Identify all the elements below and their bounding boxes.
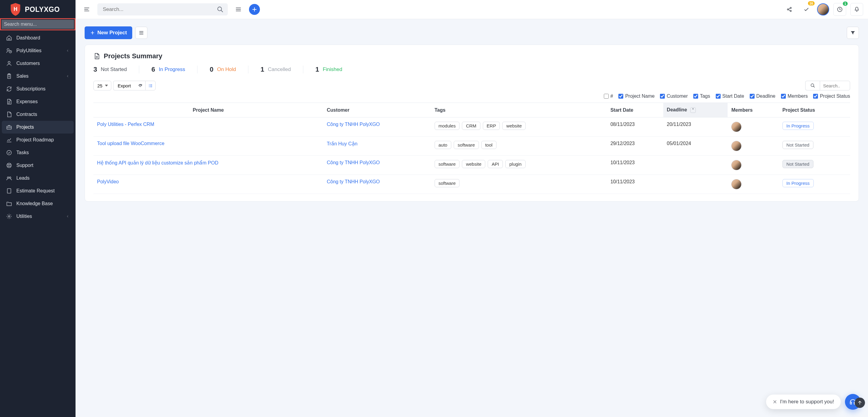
tag[interactable]: website xyxy=(502,122,526,130)
summary-stat[interactable]: 3 Not Started xyxy=(93,65,139,73)
col-toggle[interactable]: Project Name xyxy=(618,93,654,99)
summary-stat[interactable]: 1 Cancelled xyxy=(260,65,303,73)
list-view-button[interactable] xyxy=(135,27,147,39)
scroll-top-button[interactable] xyxy=(855,397,865,408)
tag[interactable]: tool xyxy=(481,141,496,149)
col-toggle-checkbox[interactable] xyxy=(660,94,665,99)
tag[interactable]: modules xyxy=(435,122,460,130)
customer-link[interactable]: Công ty TNHH PolyXGO xyxy=(327,160,380,165)
col-project[interactable]: Project Name xyxy=(93,103,323,117)
sidebar-item-project-roadmap[interactable]: Project Roadmap xyxy=(2,133,74,146)
col-toggle[interactable]: Project Status xyxy=(813,93,850,99)
col-toggle-checkbox[interactable] xyxy=(716,94,721,99)
tag[interactable]: software xyxy=(435,179,460,187)
col-toggle[interactable]: Customer xyxy=(660,93,687,99)
col-toggle-label: Project Status xyxy=(820,93,850,99)
col-toggle[interactable]: Members xyxy=(781,93,808,99)
sidebar-item-customers[interactable]: Customers xyxy=(2,57,74,70)
col-customer[interactable]: Customer xyxy=(323,103,431,117)
global-search-input[interactable] xyxy=(97,3,228,16)
tag[interactable]: software xyxy=(435,160,460,168)
sidebar-item-leads[interactable]: Leads xyxy=(2,172,74,184)
tag[interactable]: ERP xyxy=(483,122,500,130)
page-size-select[interactable]: 25 xyxy=(93,81,111,90)
col-toggle-checkbox[interactable] xyxy=(781,94,786,99)
tag[interactable]: software xyxy=(454,141,479,149)
sidebar-item-expenses[interactable]: Expenses xyxy=(2,95,74,108)
sidebar-toggle-button[interactable] xyxy=(81,3,93,16)
sidebar-item-projects[interactable]: Projects xyxy=(2,121,74,133)
filter-button[interactable] xyxy=(847,27,859,39)
col-toggle-checkbox[interactable] xyxy=(604,94,609,99)
share-button[interactable] xyxy=(783,3,796,16)
col-toggle-checkbox[interactable] xyxy=(750,94,754,99)
tasks-notif-button[interactable]: 16 xyxy=(800,3,813,16)
status-badge[interactable]: In Progress xyxy=(782,122,814,130)
bell-button[interactable] xyxy=(850,3,863,16)
tag[interactable]: auto xyxy=(435,141,451,149)
col-tags[interactable]: Tags xyxy=(431,103,607,117)
sidebar-item-support[interactable]: Support xyxy=(2,159,74,172)
tag[interactable]: API xyxy=(488,160,503,168)
sidebar-item-dashboard[interactable]: Dashboard xyxy=(2,32,74,44)
customer-link[interactable]: Công ty TNHH PolyXGO xyxy=(327,122,380,127)
sidebar-item-utilities[interactable]: Utilities xyxy=(2,210,74,223)
col-toggle[interactable]: Tags xyxy=(693,93,710,99)
member-avatar[interactable] xyxy=(731,160,742,170)
sidebar-item-tasks[interactable]: Tasks xyxy=(2,146,74,159)
table-header-row: Project Name Customer Tags Start Date De… xyxy=(93,103,850,117)
member-avatar[interactable] xyxy=(731,122,742,132)
export-button[interactable]: Export xyxy=(113,81,135,90)
quick-add-button[interactable] xyxy=(249,4,260,15)
sidebar-item-label: Projects xyxy=(17,124,34,130)
list-toggle-button[interactable] xyxy=(232,3,245,16)
customer-link[interactable]: Trần Huy Cận xyxy=(327,141,357,146)
status-badge[interactable]: Not Started xyxy=(782,160,813,168)
col-toggle-checkbox[interactable] xyxy=(693,94,698,99)
columns-button[interactable] xyxy=(145,81,156,90)
brand-logo[interactable]: H POLYXGO xyxy=(0,0,75,18)
project-link[interactable]: PolyVideo xyxy=(97,179,119,184)
customer-link[interactable]: Công ty TNHH PolyXGO xyxy=(327,179,380,184)
col-toggle-checkbox[interactable] xyxy=(618,94,623,99)
status-badge[interactable]: Not Started xyxy=(782,141,813,149)
table-search-input[interactable] xyxy=(820,81,850,90)
chat-bubble[interactable]: I'm here to support you! xyxy=(766,394,841,409)
tag[interactable]: plugin xyxy=(505,160,525,168)
col-deadline[interactable]: Deadline ˄ xyxy=(663,103,728,117)
table-search-button[interactable] xyxy=(805,81,820,90)
refresh-button[interactable] xyxy=(135,81,145,90)
project-link[interactable]: Poly Utilities - Perfex CRM xyxy=(97,122,154,127)
menu-search-input[interactable] xyxy=(2,20,74,29)
col-start[interactable]: Start Date xyxy=(607,103,663,117)
col-toggle[interactable]: # xyxy=(604,93,613,99)
svg-point-3 xyxy=(8,61,10,63)
close-icon[interactable] xyxy=(773,400,777,404)
sidebar-item-contracts[interactable]: Contracts xyxy=(2,108,74,121)
tag[interactable]: CRM xyxy=(462,122,480,130)
col-members[interactable]: Members xyxy=(727,103,778,117)
member-avatar[interactable] xyxy=(731,141,742,151)
user-avatar[interactable] xyxy=(817,3,829,16)
clock-button[interactable]: 1 xyxy=(833,3,846,16)
sidebar-item-sales[interactable]: Sales xyxy=(2,70,74,83)
status-badge[interactable]: In Progress xyxy=(782,179,814,187)
project-link[interactable]: Hệ thống API quản lý dữ liệu customize s… xyxy=(97,160,218,166)
col-status[interactable]: Project Status xyxy=(779,103,850,117)
project-link[interactable]: Tool upload file WooCommerce xyxy=(97,141,164,146)
col-toggle[interactable]: Deadline xyxy=(750,93,775,99)
tag[interactable]: website xyxy=(462,160,485,168)
summary-stat[interactable]: 6 In Progress xyxy=(151,65,197,73)
col-toggle-checkbox[interactable] xyxy=(813,94,818,99)
sidebar-item-polyutilities[interactable]: PolyUtilities xyxy=(2,44,74,57)
summary-stat[interactable]: 0 On Hold xyxy=(210,65,248,73)
sidebar-item-estimate-request[interactable]: Estimate Request xyxy=(2,184,74,197)
new-project-button[interactable]: New Project xyxy=(85,26,132,39)
col-toggle[interactable]: Start Date xyxy=(716,93,744,99)
sidebar-item-knowledge-base[interactable]: Knowledge Base xyxy=(2,197,74,210)
summary-stat[interactable]: 1 Finished xyxy=(315,65,354,73)
sidebar-item-subscriptions[interactable]: Subscriptions xyxy=(2,83,74,95)
folder-icon xyxy=(6,201,12,207)
global-search-wrap xyxy=(97,3,228,16)
member-avatar[interactable] xyxy=(731,179,742,189)
